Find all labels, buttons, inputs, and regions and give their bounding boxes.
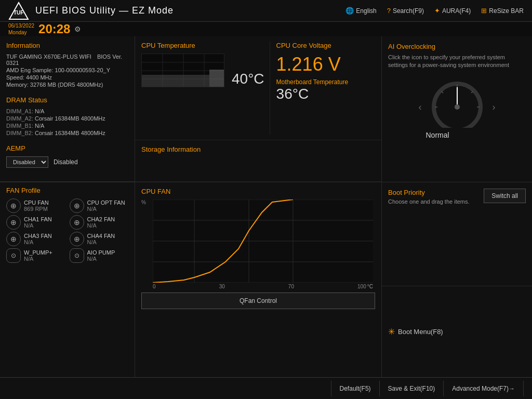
aura-button[interactable]: ✦ AURA(F4): [434, 7, 471, 15]
globe-icon: 🌐: [345, 7, 354, 15]
gauge-prev-button[interactable]: ‹: [419, 102, 422, 113]
dram-a2: DIMM_A2: Corsair 16384MB 4800MHz: [6, 115, 128, 122]
header-nav: 🌐 English ? Search(F9) ✦ AURA(F4) ⊞ ReSi…: [345, 7, 524, 15]
settings-icon[interactable]: ⚙: [74, 25, 81, 33]
ai-title: AI Overclocking: [388, 43, 526, 50]
dram-b2: DIMM_B2: Corsair 16384MB 4800MHz: [6, 130, 128, 136]
fan-icon-aio: ⊙: [70, 248, 84, 263]
resize-icon: ⊞: [481, 7, 487, 15]
mb-temp-value: 36°C: [276, 86, 375, 102]
cpu-temp-section: CPU Temperature: [141, 42, 264, 135]
fan-item-wpump: ⊙ W_PUMP+ N/A: [6, 248, 65, 263]
search-button[interactable]: ? Search(F9): [387, 7, 424, 15]
fan-icon-cha2: ⊕: [70, 215, 84, 230]
fan-icon-cha3: ⊕: [6, 232, 21, 246]
asus-logo: TUF: [8, 2, 29, 20]
language-selector[interactable]: 🌐 English: [345, 7, 376, 15]
fan-icon-cha4: ⊕: [70, 232, 84, 246]
fan-item-cha2: ⊕ CHA2 FAN N/A: [70, 215, 129, 230]
chart-wrapper: %: [141, 200, 375, 289]
chart-y-label: %: [141, 200, 146, 205]
search-nav-icon: ?: [387, 7, 391, 15]
fan-icon-cpu: ⊕: [6, 198, 21, 213]
voltage-value: 1.216 V: [276, 54, 375, 75]
boot-menu-button[interactable]: ✳ Boot Menu(F8): [388, 327, 443, 337]
fan-panel: FAN Profile ⊕ CPU FAN 869 RPM ⊕ CPU OPT …: [0, 182, 135, 377]
fan-item-cpu-opt: ⊕ CPU OPT FAN N/A: [70, 198, 129, 213]
dram-title: DRAM Status: [6, 96, 128, 104]
advanced-mode-button[interactable]: Advanced Mode(F7)→: [443, 381, 524, 396]
ai-desc: Click the icon to specify your preferred…: [388, 54, 526, 70]
mb-temp-title: Motherboard Temperature: [276, 78, 375, 86]
fan-icon-cpu-opt: ⊕: [70, 198, 84, 213]
footer: Default(F5) Save & Exit(F10) Advanced Mo…: [0, 377, 532, 399]
info-memory: Memory: 32768 MB (DDR5 4800MHz): [6, 82, 128, 88]
default-button[interactable]: Default(F5): [331, 381, 379, 396]
cpufan-title: CPU FAN: [141, 188, 375, 195]
chart-area: 100 50 0 0 30 70 100 °C: [153, 200, 373, 289]
dram-a1: DIMM_A1: N/A: [6, 108, 128, 114]
cpu-temp-title: CPU Temperature: [141, 42, 264, 49]
temp-panel: CPU Temperature: [135, 36, 381, 140]
chart-x-axis: 0 30 70 100 °C: [153, 284, 373, 289]
fan-item-cpu: ⊕ CPU FAN 869 RPM: [6, 198, 65, 213]
aura-icon: ✦: [434, 7, 440, 15]
fan-title: FAN Profile: [6, 187, 128, 194]
storage-panel: Storage Information: [135, 140, 381, 182]
main-layout: Information TUF GAMING X670E-PLUS WIFI B…: [0, 36, 532, 377]
info-panel: Information TUF GAMING X670E-PLUS WIFI B…: [0, 36, 135, 182]
gauge-mode-label: Normal: [426, 131, 488, 139]
boot-desc: Choose one and drag the items.: [388, 198, 470, 205]
fan-item-cha3: ⊕ CHA3 FAN N/A: [6, 232, 65, 246]
info-speed: Speed: 4400 MHz: [6, 74, 128, 81]
date-display: 06/13/2022 Monday: [8, 22, 34, 36]
gauge-next-button[interactable]: ›: [493, 102, 496, 113]
cpu-temp-chart: [141, 54, 224, 87]
fan-grid: ⊕ CPU FAN 869 RPM ⊕ CPU OPT FAN N/A ⊕ CH…: [6, 198, 128, 263]
aemp-label: Disabled: [54, 158, 78, 166]
info-cpu: AMD Eng Sample: 100-000000593-20_Y: [6, 67, 128, 73]
boot-priority-panel: Boot Priority Choose one and drag the it…: [381, 182, 532, 286]
cpu-temp-value: 40°C: [232, 71, 264, 87]
boot-menu-icon: ✳: [388, 327, 395, 337]
voltage-title: CPU Core Voltage: [276, 42, 375, 49]
cpu-fan-panel: CPU FAN %: [135, 182, 381, 377]
ai-panel: AI Overclocking Click the icon to specif…: [381, 36, 532, 182]
svg-rect-9: [142, 75, 209, 87]
fan-item-cha4: ⊕ CHA4 FAN N/A: [70, 232, 129, 246]
fan-icon-cha1: ⊕: [6, 215, 21, 230]
aemp-title: AEMP: [6, 144, 128, 152]
info-model: TUF GAMING X670E-PLUS WIFI BIOS Ver. 032…: [6, 54, 128, 66]
fan-icon-wpump: ⊙: [6, 248, 21, 263]
temp-chart-svg: [142, 54, 224, 87]
boot-menu-panel: ✳ Boot Menu(F8): [381, 286, 532, 377]
time-display: 20:28: [38, 22, 70, 36]
resize-bar-button[interactable]: ⊞ ReSize BAR: [481, 7, 524, 15]
fan-chart-svg: 100 50 0: [153, 200, 373, 283]
gauge-container: ‹ Normal: [388, 76, 526, 139]
switch-all-button[interactable]: Switch all: [484, 189, 526, 203]
voltage-section: CPU Core Voltage 1.216 V Motherboard Tem…: [270, 42, 375, 135]
datebar: 06/13/2022 Monday 20:28 ⚙: [0, 22, 532, 36]
app-title: UEFI BIOS Utility — EZ Mode: [35, 5, 345, 16]
svg-text:TUF: TUF: [14, 10, 23, 16]
svg-rect-10: [209, 70, 224, 87]
fan-item-cha1: ⊕ CHA1 FAN N/A: [6, 215, 65, 230]
boot-title: Boot Priority: [388, 189, 470, 196]
storage-title: Storage Information: [141, 145, 375, 153]
aemp-select[interactable]: Disabled AEMP I AEMP II: [6, 156, 48, 168]
dram-b1: DIMM_B1: N/A: [6, 123, 128, 129]
svg-point-13: [455, 104, 460, 110]
qfan-button[interactable]: QFan Control: [141, 292, 375, 309]
aemp-row: Disabled AEMP I AEMP II Disabled: [6, 156, 128, 168]
gauge-display: Normal: [426, 76, 488, 139]
fan-item-aio: ⊙ AIO PUMP N/A: [70, 248, 129, 263]
info-title: Information: [6, 42, 128, 49]
header: TUF UEFI BIOS Utility — EZ Mode 🌐 Englis…: [0, 0, 532, 22]
gauge-svg: [426, 76, 488, 128]
save-exit-button[interactable]: Save & Exit(F10): [379, 381, 444, 396]
